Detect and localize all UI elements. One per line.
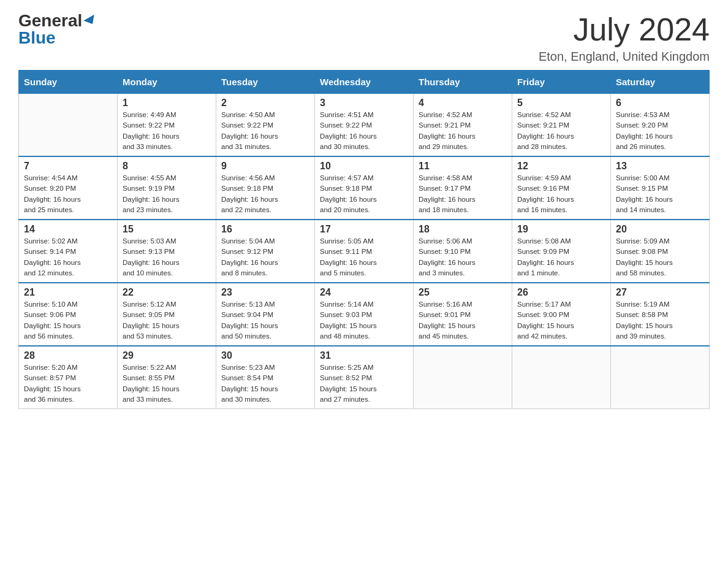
calendar-cell: 12Sunrise: 4:59 AM Sunset: 9:16 PM Dayli…: [512, 156, 611, 220]
day-info: Sunrise: 5:08 AM Sunset: 9:09 PM Dayligh…: [517, 236, 605, 278]
day-info: Sunrise: 4:52 AM Sunset: 9:21 PM Dayligh…: [517, 110, 605, 152]
calendar-cell: 1Sunrise: 4:49 AM Sunset: 9:22 PM Daylig…: [118, 94, 216, 157]
month-title: July 2024: [539, 12, 710, 47]
calendar-cell: 15Sunrise: 5:03 AM Sunset: 9:13 PM Dayli…: [118, 220, 216, 283]
calendar-cell: 19Sunrise: 5:08 AM Sunset: 9:09 PM Dayli…: [512, 220, 611, 283]
day-info: Sunrise: 5:14 AM Sunset: 9:03 PM Dayligh…: [320, 299, 408, 342]
calendar-week-1: 1Sunrise: 4:49 AM Sunset: 9:22 PM Daylig…: [19, 94, 710, 157]
day-number: 7: [24, 161, 112, 172]
calendar-cell: [611, 346, 710, 409]
calendar-cell: 21Sunrise: 5:10 AM Sunset: 9:06 PM Dayli…: [19, 283, 118, 346]
day-info: Sunrise: 4:55 AM Sunset: 9:19 PM Dayligh…: [123, 173, 211, 215]
calendar-cell: 4Sunrise: 4:52 AM Sunset: 9:21 PM Daylig…: [414, 94, 512, 157]
calendar-cell: 29Sunrise: 5:22 AM Sunset: 8:55 PM Dayli…: [118, 346, 216, 409]
day-number: 19: [517, 224, 605, 235]
title-block: July 2024 Eton, England, United Kingdom: [539, 12, 710, 64]
day-number: 25: [419, 287, 507, 298]
calendar-cell: 30Sunrise: 5:23 AM Sunset: 8:54 PM Dayli…: [216, 346, 315, 409]
day-info: Sunrise: 5:09 AM Sunset: 9:08 PM Dayligh…: [616, 236, 704, 278]
day-number: 3: [320, 98, 408, 109]
calendar-cell: 2Sunrise: 4:50 AM Sunset: 9:22 PM Daylig…: [216, 94, 315, 157]
calendar-cell: 5Sunrise: 4:52 AM Sunset: 9:21 PM Daylig…: [512, 94, 611, 157]
day-info: Sunrise: 4:49 AM Sunset: 9:22 PM Dayligh…: [123, 110, 211, 152]
day-info: Sunrise: 5:17 AM Sunset: 9:00 PM Dayligh…: [517, 299, 605, 342]
calendar-cell: 6Sunrise: 4:53 AM Sunset: 9:20 PM Daylig…: [611, 94, 710, 157]
day-number: 12: [517, 161, 605, 172]
day-info: Sunrise: 5:20 AM Sunset: 8:57 PM Dayligh…: [24, 362, 112, 405]
day-number: 29: [123, 350, 211, 361]
logo-general-text: General: [18, 12, 82, 29]
calendar-cell: [19, 94, 118, 157]
day-info: Sunrise: 5:05 AM Sunset: 9:11 PM Dayligh…: [320, 236, 408, 278]
page-header: General Blue July 2024 Eton, England, Un…: [18, 12, 710, 64]
calendar-cell: [512, 346, 611, 409]
day-info: Sunrise: 5:02 AM Sunset: 9:14 PM Dayligh…: [24, 236, 112, 278]
weekday-header-sunday: Sunday: [19, 71, 118, 94]
day-number: 2: [221, 98, 309, 109]
calendar-week-4: 21Sunrise: 5:10 AM Sunset: 9:06 PM Dayli…: [19, 283, 710, 346]
day-info: Sunrise: 4:56 AM Sunset: 9:18 PM Dayligh…: [221, 173, 309, 215]
day-number: 31: [320, 350, 408, 361]
calendar-body: 1Sunrise: 4:49 AM Sunset: 9:22 PM Daylig…: [19, 94, 710, 409]
calendar-cell: 22Sunrise: 5:12 AM Sunset: 9:05 PM Dayli…: [118, 283, 216, 346]
day-number: 28: [24, 350, 112, 361]
day-info: Sunrise: 4:54 AM Sunset: 9:20 PM Dayligh…: [24, 173, 112, 215]
calendar-cell: 28Sunrise: 5:20 AM Sunset: 8:57 PM Dayli…: [19, 346, 118, 409]
day-number: 13: [616, 161, 704, 172]
calendar-cell: 26Sunrise: 5:17 AM Sunset: 9:00 PM Dayli…: [512, 283, 611, 346]
day-info: Sunrise: 4:58 AM Sunset: 9:17 PM Dayligh…: [419, 173, 507, 215]
day-info: Sunrise: 4:57 AM Sunset: 9:18 PM Dayligh…: [320, 173, 408, 215]
calendar-cell: 7Sunrise: 4:54 AM Sunset: 9:20 PM Daylig…: [19, 156, 118, 220]
day-info: Sunrise: 5:12 AM Sunset: 9:05 PM Dayligh…: [123, 299, 211, 342]
weekday-header-monday: Monday: [118, 71, 216, 94]
weekday-header-saturday: Saturday: [611, 71, 710, 94]
calendar-cell: 10Sunrise: 4:57 AM Sunset: 9:18 PM Dayli…: [315, 156, 414, 220]
weekday-header-wednesday: Wednesday: [315, 71, 414, 94]
day-number: 17: [320, 224, 408, 235]
location-text: Eton, England, United Kingdom: [539, 50, 710, 64]
day-info: Sunrise: 4:51 AM Sunset: 9:22 PM Dayligh…: [320, 110, 408, 152]
calendar-cell: 9Sunrise: 4:56 AM Sunset: 9:18 PM Daylig…: [216, 156, 315, 220]
weekday-header-row: SundayMondayTuesdayWednesdayThursdayFrid…: [19, 71, 710, 94]
calendar-cell: 13Sunrise: 5:00 AM Sunset: 9:15 PM Dayli…: [611, 156, 710, 220]
day-number: 4: [419, 98, 507, 109]
day-number: 5: [517, 98, 605, 109]
calendar-cell: 23Sunrise: 5:13 AM Sunset: 9:04 PM Dayli…: [216, 283, 315, 346]
day-number: 23: [221, 287, 309, 298]
weekday-header-friday: Friday: [512, 71, 611, 94]
weekday-header-thursday: Thursday: [414, 71, 512, 94]
day-number: 24: [320, 287, 408, 298]
day-number: 9: [221, 161, 309, 172]
logo: General Blue: [18, 12, 97, 47]
calendar-header: SundayMondayTuesdayWednesdayThursdayFrid…: [19, 71, 710, 94]
day-number: 30: [221, 350, 309, 361]
day-info: Sunrise: 5:00 AM Sunset: 9:15 PM Dayligh…: [616, 173, 704, 215]
calendar-cell: 14Sunrise: 5:02 AM Sunset: 9:14 PM Dayli…: [19, 220, 118, 283]
day-number: 22: [123, 287, 211, 298]
calendar-cell: 8Sunrise: 4:55 AM Sunset: 9:19 PM Daylig…: [118, 156, 216, 220]
calendar-cell: 20Sunrise: 5:09 AM Sunset: 9:08 PM Dayli…: [611, 220, 710, 283]
day-info: Sunrise: 5:19 AM Sunset: 8:58 PM Dayligh…: [616, 299, 704, 342]
calendar-week-3: 14Sunrise: 5:02 AM Sunset: 9:14 PM Dayli…: [19, 220, 710, 283]
day-info: Sunrise: 5:04 AM Sunset: 9:12 PM Dayligh…: [221, 236, 309, 278]
day-number: 14: [24, 224, 112, 235]
day-info: Sunrise: 5:23 AM Sunset: 8:54 PM Dayligh…: [221, 362, 309, 405]
day-number: 15: [123, 224, 211, 235]
day-number: 27: [616, 287, 704, 298]
day-info: Sunrise: 5:13 AM Sunset: 9:04 PM Dayligh…: [221, 299, 309, 342]
day-number: 1: [123, 98, 211, 109]
day-number: 21: [24, 287, 112, 298]
day-number: 20: [616, 224, 704, 235]
day-info: Sunrise: 5:06 AM Sunset: 9:10 PM Dayligh…: [419, 236, 507, 278]
day-info: Sunrise: 4:53 AM Sunset: 9:20 PM Dayligh…: [616, 110, 704, 152]
day-info: Sunrise: 5:22 AM Sunset: 8:55 PM Dayligh…: [123, 362, 211, 405]
calendar-cell: 18Sunrise: 5:06 AM Sunset: 9:10 PM Dayli…: [414, 220, 512, 283]
calendar-cell: 11Sunrise: 4:58 AM Sunset: 9:17 PM Dayli…: [414, 156, 512, 220]
calendar-cell: [414, 346, 512, 409]
day-number: 16: [221, 224, 309, 235]
day-number: 26: [517, 287, 605, 298]
day-info: Sunrise: 5:03 AM Sunset: 9:13 PM Dayligh…: [123, 236, 211, 278]
day-info: Sunrise: 4:52 AM Sunset: 9:21 PM Dayligh…: [419, 110, 507, 152]
day-number: 10: [320, 161, 408, 172]
calendar-cell: 17Sunrise: 5:05 AM Sunset: 9:11 PM Dayli…: [315, 220, 414, 283]
